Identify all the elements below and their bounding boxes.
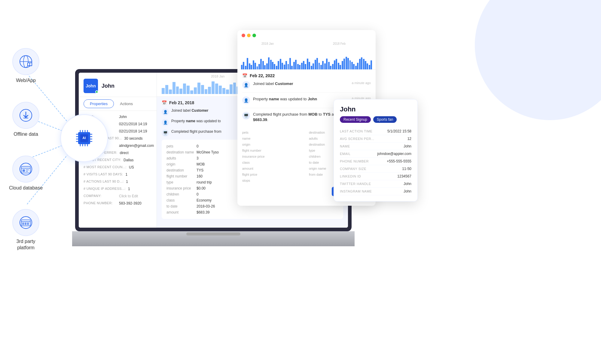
tab-properties[interactable]: Properties: [84, 99, 114, 108]
popup-event-icon-joined: 👤: [242, 81, 250, 89]
popup-chart: 2018 Jan 2018 Feb: [237, 40, 376, 70]
profile-card: John Recent Signup Sports fan LAST ACTIO…: [334, 99, 418, 202]
popup-event-joined: 👤 Joined label Customer a minute ago: [242, 81, 371, 93]
tab-actions[interactable]: Actions: [114, 99, 139, 108]
popup-chart-label-right: 2018 Feb: [333, 42, 346, 45]
prop-company: COMPANY: Click to Edit: [79, 193, 157, 200]
offline-icon: [12, 102, 39, 129]
chart-label: 2018 Jan: [211, 74, 224, 78]
data-source-offline: Offline data: [9, 102, 43, 138]
svg-rect-19: [26, 171, 28, 172]
third-party-label: 3rd partyplatform: [16, 238, 35, 251]
traffic-lights: [237, 30, 376, 40]
svg-rect-18: [26, 169, 29, 170]
avatar: John: [84, 79, 98, 93]
web-app-icon: [12, 48, 39, 75]
prop-actions: # ACTIONS LAST 90 D...: 1: [79, 178, 157, 185]
svg-rect-47: [72, 231, 355, 246]
offline-label: Offline data: [14, 131, 38, 138]
field-name: NAME John: [340, 143, 411, 150]
third-party-icon: [12, 209, 39, 236]
web-app-label: Web/App: [16, 77, 36, 84]
field-last-action: LAST ACTION TIME 5/1/2022 15:58: [340, 128, 411, 135]
background-arc: [475, 0, 601, 120]
online-dot: [95, 90, 98, 93]
prop-ip: # UNIQUE IP ADDRESS...: 1: [79, 185, 157, 193]
profile-card-name: John: [340, 105, 411, 113]
flight-row-amount: amount $683.39: [166, 209, 338, 215]
tabs-row: Properties Actions: [79, 97, 157, 111]
traffic-light-green[interactable]: [252, 34, 256, 37]
tag-sports-fan: Sports fan: [373, 116, 397, 123]
user-name: John: [102, 83, 114, 89]
tag-recent-signup: Recent Signup: [340, 116, 371, 123]
event-icon-user: 👤: [162, 108, 169, 116]
data-source-third-party: 3rd partyplatform: [9, 209, 43, 251]
svg-rect-17: [23, 169, 25, 172]
cloud-label: Cloud database: [9, 185, 43, 191]
prop-visits: # VISITS LAST 90 DAYS: 1: [79, 171, 157, 178]
profile-tags: Recent Signup Sports fan: [340, 116, 411, 123]
popup-event-icon-property: 👤: [242, 96, 250, 104]
traffic-light-red[interactable]: [242, 34, 245, 37]
field-linkedin: LINKEDIN ID 1234567: [340, 173, 411, 180]
user-header: John John: [79, 73, 157, 97]
event-icon-screen: 🖥️: [162, 129, 169, 137]
prop-country: # MOST RECENT COUN...: US: [79, 164, 157, 171]
data-source-cloud: Cloud database: [9, 156, 43, 191]
svg-rect-48: [186, 232, 240, 235]
traffic-light-yellow[interactable]: [247, 34, 251, 37]
data-sources-panel: Web/App Offline data Cloud database: [9, 48, 43, 251]
popup-date-header: 📅 Feb 22, 2022: [242, 73, 371, 78]
field-avg-screen: AVG SCREEN PER... 12: [340, 135, 411, 143]
svg-rect-10: [30, 63, 32, 65]
field-instagram: INSTAGRAM NAME John: [340, 188, 411, 195]
field-email: EMAIL johndoe@appier.com: [340, 150, 411, 158]
prop-phone: PHONE NUMBER: 583-392-3920: [79, 200, 157, 207]
svg-rect-9: [28, 63, 29, 65]
field-phone: PHONE NUMBER +555-555-5555: [340, 158, 411, 165]
field-twitter: TWITTER HANDLE John: [340, 180, 411, 188]
field-company-size: COMPANY SIZE 11-50: [340, 165, 411, 173]
svg-rect-25: [27, 223, 29, 225]
svg-rect-23: [22, 223, 24, 225]
popup-event-icon-flight: 🖥️: [242, 112, 250, 120]
ai-circle: AI: [60, 114, 108, 162]
data-source-web: Web/App: [9, 48, 43, 84]
event-icon-user2: 👤: [162, 119, 169, 126]
svg-text:AI: AI: [83, 136, 86, 140]
popup-chart-label-left: 2018 Jan: [261, 42, 274, 45]
cloud-icon: [12, 156, 39, 183]
popup-chart-bars: [241, 45, 372, 69]
svg-rect-24: [25, 223, 26, 225]
